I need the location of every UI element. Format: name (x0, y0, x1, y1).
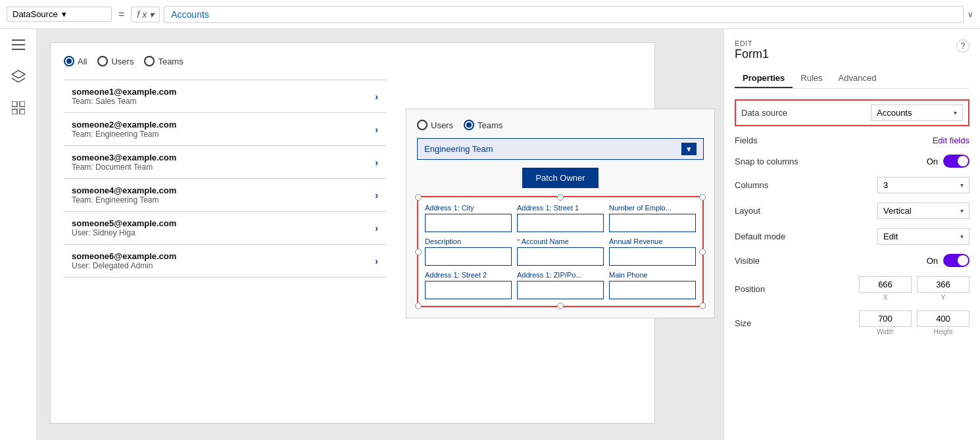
list-item[interactable]: someone4@example.com Team: Engineering T… (64, 179, 386, 212)
fx-button[interactable]: f x ▾ (131, 7, 160, 22)
list-item-chevron-icon: › (375, 124, 378, 135)
position-x-input[interactable] (859, 276, 912, 293)
sidebar-grid-icon[interactable] (9, 99, 28, 117)
field-address-street1: Address 1: Street 1 (517, 204, 604, 232)
resize-handle-tr[interactable] (699, 194, 706, 201)
inner-radio-users-circle (417, 120, 428, 130)
default-mode-select[interactable]: Edit ▾ (877, 228, 969, 245)
resize-handle-ml[interactable] (415, 249, 422, 255)
inner-radio-teams-circle (464, 120, 474, 130)
list-item-sub: Team: Sales Team (72, 97, 176, 106)
data-source-caret-icon: ▾ (954, 109, 957, 116)
inner-radio-teams[interactable]: Teams (464, 120, 502, 130)
list-item[interactable]: someone3@example.com Team: Document Team… (64, 146, 386, 179)
list-item[interactable]: someone1@example.com Team: Sales Team › (64, 80, 386, 113)
inner-radio-users[interactable]: Users (417, 120, 453, 130)
resize-handle-tl[interactable] (415, 194, 422, 201)
radio-all-circle (64, 56, 74, 66)
visible-toggle[interactable] (943, 254, 969, 267)
size-width-group: Width (859, 310, 912, 335)
position-y-input[interactable] (917, 276, 969, 293)
field-input[interactable] (425, 214, 512, 232)
visible-value: On (927, 256, 938, 266)
svg-rect-0 (12, 39, 25, 41)
tab-properties[interactable]: Properties (735, 69, 793, 88)
list-item-sub: Team: Document Team (72, 162, 176, 172)
main-layout: All Users Teams someone1@example.com Tea… (0, 29, 980, 440)
data-source-row: Data source Accounts ▾ (735, 99, 969, 126)
field-address-zip: Address 1: ZIP/Po... (517, 271, 604, 299)
layout-caret-icon: ▾ (960, 207, 964, 214)
resize-handle-mr[interactable] (699, 249, 706, 255)
list-item-sub: User: Delegated Admin (72, 261, 176, 270)
radio-users-circle (97, 56, 108, 66)
edit-fields-link[interactable]: Edit fields (933, 135, 969, 145)
tab-rules[interactable]: Rules (793, 69, 830, 88)
formula-value: Accounts (171, 9, 209, 20)
size-height-input[interactable] (917, 310, 969, 327)
main-radio-group: All Users Teams (64, 56, 641, 66)
resize-handle-br[interactable] (699, 303, 706, 309)
resize-handle-bm[interactable] (557, 303, 564, 309)
resize-handle-tm[interactable] (557, 194, 564, 201)
list-item[interactable]: someone5@example.com User: Sidney Higa › (64, 212, 386, 245)
field-input[interactable] (517, 214, 604, 232)
datasource-selector[interactable]: DataSource ▾ (7, 7, 112, 22)
formula-bar[interactable]: Accounts (164, 6, 964, 23)
list-item-text: someone4@example.com Team: Engineering T… (72, 185, 176, 205)
list-item[interactable]: someone6@example.com User: Delegated Adm… (64, 245, 386, 278)
field-account-name: Account Name (517, 237, 604, 266)
svg-rect-2 (12, 49, 25, 50)
list-item-name: someone4@example.com (72, 185, 176, 195)
tab-advanced[interactable]: Advanced (831, 69, 885, 88)
team-dropdown[interactable]: Engineering Team ▾ (417, 138, 704, 160)
columns-caret-icon: ▾ (960, 182, 964, 189)
field-label: Main Phone (609, 271, 696, 279)
field-label: Address 1: City (425, 204, 512, 212)
field-input[interactable] (609, 247, 696, 266)
field-address-city: Address 1: City (425, 204, 512, 232)
field-label: Address 1: ZIP/Po... (517, 271, 604, 279)
position-x-group: X (859, 276, 912, 301)
list-item-chevron-icon: › (375, 91, 378, 102)
help-icon[interactable]: ? (956, 39, 969, 53)
list-item-text: someone6@example.com User: Delegated Adm… (72, 251, 176, 270)
field-input[interactable] (517, 247, 604, 266)
patch-owner-button[interactable]: Patch Owner (522, 168, 598, 188)
sidebar-menu-icon[interactable] (9, 36, 28, 54)
field-input[interactable] (425, 247, 512, 266)
field-label-required: Account Name (517, 237, 604, 245)
snap-label: Snap to columns (735, 157, 798, 166)
sidebar-layers-icon[interactable] (9, 67, 28, 86)
radio-teams[interactable]: Teams (144, 56, 183, 66)
canvas-area: All Users Teams someone1@example.com Tea… (37, 29, 723, 440)
form-fields-container: Address 1: City Address 1: Street 1 Numb… (417, 196, 704, 307)
list-item-text: someone1@example.com Team: Sales Team (72, 87, 176, 106)
equals-sign: = (116, 9, 127, 20)
snap-toggle[interactable] (943, 155, 969, 168)
x-label: X (883, 294, 888, 301)
canvas-white: All Users Teams someone1@example.com Tea… (50, 42, 655, 424)
position-y-group: Y (917, 276, 969, 301)
field-input[interactable] (609, 214, 696, 232)
field-input[interactable] (425, 281, 512, 299)
form-title: Form1 (735, 47, 769, 61)
resize-handle-bl[interactable] (415, 303, 422, 309)
radio-users[interactable]: Users (97, 56, 134, 66)
size-width-input[interactable] (859, 310, 912, 327)
list-item-sub: Team: Engineering Team (72, 195, 176, 205)
data-source-select[interactable]: Accounts ▾ (871, 105, 963, 121)
field-label: Annual Revenue (609, 237, 696, 245)
datasource-label: DataSource (12, 9, 58, 19)
radio-teams-label: Teams (158, 57, 183, 66)
fields-row: Fields Edit fields (735, 135, 969, 145)
field-input[interactable] (517, 281, 604, 299)
field-input[interactable] (609, 281, 696, 299)
list-item[interactable]: someone2@example.com Team: Engineering T… (64, 113, 386, 146)
columns-select[interactable]: 3 ▾ (877, 177, 969, 193)
snap-to-columns-row: Snap to columns On (735, 155, 969, 168)
inner-radio-teams-label: Teams (478, 120, 502, 130)
field-description: Description (425, 237, 512, 266)
radio-all[interactable]: All (64, 56, 87, 66)
layout-select[interactable]: Vertical ▾ (877, 203, 969, 219)
